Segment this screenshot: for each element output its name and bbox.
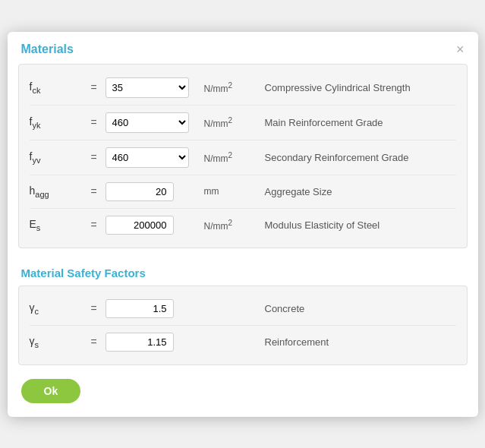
value-input[interactable]	[106, 182, 174, 201]
row-description: Reinforcement	[257, 336, 456, 348]
row-label: γs	[30, 335, 83, 349]
value-select[interactable]: 20253035404550	[106, 77, 189, 98]
safety-row: γc=Concrete	[30, 292, 456, 326]
row-label: fck	[30, 80, 83, 95]
eq-sign: =	[83, 151, 106, 163]
material-row: hagg=mmAggregate Size	[30, 175, 456, 209]
row-label: γc	[30, 301, 83, 316]
row-label: hagg	[30, 185, 83, 199]
unit-label: N/mm2	[204, 81, 257, 94]
row-label: fyv	[30, 150, 83, 165]
safety-row: γs=Reinforcement	[30, 326, 456, 358]
close-button[interactable]: ×	[456, 43, 465, 56]
value-input[interactable]	[106, 333, 174, 352]
value-input[interactable]	[106, 216, 174, 235]
value-input[interactable]	[106, 299, 174, 318]
input-cell: 250460500	[106, 147, 204, 168]
material-row: Es=N/mm2Modulus Elasticity of Steel	[30, 209, 456, 241]
eq-sign: =	[83, 336, 106, 348]
material-row: fyk=250460500N/mm2Main Reinforcement Gra…	[30, 106, 456, 140]
row-description: Concrete	[257, 303, 456, 314]
safety-factors-title: Material Safety Factors	[8, 259, 478, 286]
eq-sign: =	[83, 302, 106, 314]
dialog-title: Materials	[21, 43, 74, 56]
unit-label: N/mm2	[204, 116, 257, 129]
unit-label: mm	[204, 186, 257, 197]
row-description: Modulus Elasticity of Steel	[257, 219, 456, 231]
input-cell	[106, 216, 204, 235]
input-cell	[106, 299, 204, 318]
material-row: fck=20253035404550N/mm2Compressive Cylin…	[30, 71, 456, 106]
row-description: Main Reinforcement Grade	[257, 117, 456, 128]
row-description: Aggregate Size	[257, 186, 456, 197]
input-cell	[106, 333, 204, 352]
value-select[interactable]: 250460500	[106, 112, 189, 133]
eq-sign: =	[83, 116, 106, 128]
input-cell	[106, 182, 204, 201]
row-label: Es	[30, 218, 83, 232]
input-cell: 20253035404550	[106, 77, 204, 98]
material-row: fyv=250460500N/mm2Secondary Reinforcemen…	[30, 140, 456, 175]
value-select[interactable]: 250460500	[106, 147, 189, 168]
eq-sign: =	[83, 219, 106, 231]
eq-sign: =	[83, 81, 106, 93]
unit-label: N/mm2	[204, 219, 257, 232]
dialog-header: Materials ×	[8, 32, 478, 64]
input-cell: 250460500	[106, 112, 204, 133]
eq-sign: =	[83, 185, 106, 197]
row-label: fyk	[30, 115, 83, 130]
row-description: Compressive Cylindrical Strength	[257, 82, 456, 93]
materials-dialog: Materials × fck=20253035404550N/mm2Compr…	[8, 32, 478, 417]
safety-factors-section: γc=Concreteγs=Reinforcement	[18, 286, 468, 365]
unit-label: N/mm2	[204, 151, 257, 164]
ok-button[interactable]: Ok	[21, 379, 81, 403]
row-description: Secondary Reinforcement Grade	[257, 152, 456, 163]
materials-section: fck=20253035404550N/mm2Compressive Cylin…	[18, 64, 468, 248]
